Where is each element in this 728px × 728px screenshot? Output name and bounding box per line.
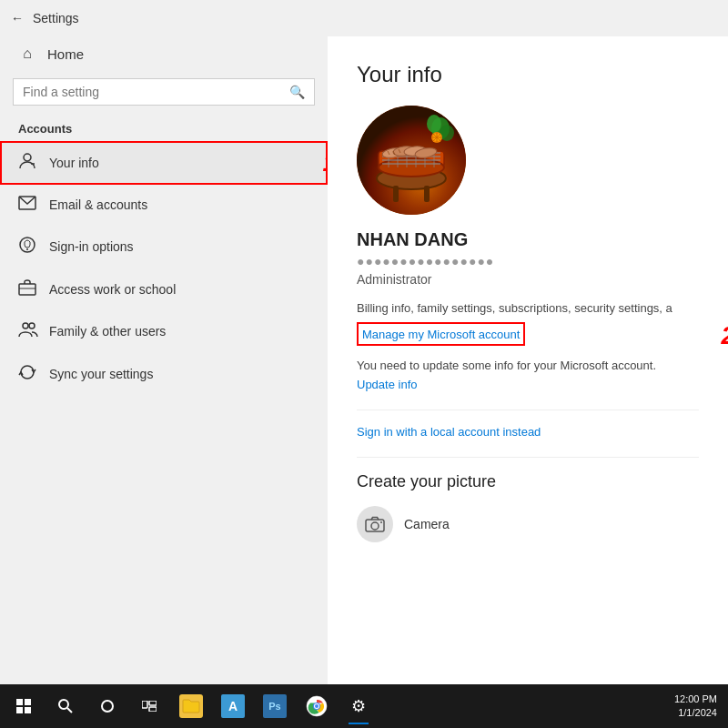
- svg-point-51: [102, 701, 113, 712]
- svg-point-0: [24, 154, 31, 161]
- svg-point-58: [315, 704, 318, 708]
- divider-1: [357, 410, 699, 410]
- svg-rect-53: [149, 701, 157, 705]
- svg-point-43: [371, 522, 379, 530]
- page-title: Your info: [357, 62, 699, 87]
- work-icon: [18, 279, 36, 299]
- svg-point-49: [59, 700, 68, 709]
- sidebar-home-label: Home: [47, 46, 84, 62]
- svg-rect-48: [25, 707, 31, 713]
- local-account-link[interactable]: Sign in with a local account instead: [357, 425, 699, 439]
- svg-point-44: [380, 521, 382, 523]
- svg-rect-54: [149, 707, 157, 712]
- camera-icon: [357, 506, 393, 542]
- search-icon: 🔍: [289, 85, 305, 99]
- taskbar-chrome[interactable]: [297, 686, 337, 726]
- sidebar: ⌂ Home 🔍 Accounts Your info 1: [0, 36, 328, 684]
- svg-rect-46: [25, 699, 31, 705]
- main-layout: ⌂ Home 🔍 Accounts Your info 1: [0, 36, 728, 684]
- start-button[interactable]: [4, 686, 44, 726]
- svg-rect-52: [142, 701, 147, 708]
- profile-picture: [357, 106, 466, 215]
- sidebar-item-family[interactable]: Family & other users: [0, 310, 328, 352]
- email-icon: [18, 196, 36, 214]
- cortana-button[interactable]: [87, 686, 127, 726]
- svg-point-7: [23, 323, 28, 329]
- svg-rect-47: [16, 707, 23, 713]
- taskbar-settings[interactable]: ⚙: [339, 686, 379, 726]
- system-date: 1/1/2024: [678, 707, 717, 718]
- svg-rect-11: [393, 186, 399, 202]
- person-icon: [18, 152, 36, 174]
- divider-2: [357, 457, 699, 458]
- back-button[interactable]: ←: [11, 11, 24, 25]
- camera-option[interactable]: Camera: [357, 506, 699, 542]
- svg-point-8: [29, 323, 35, 329]
- update-notice: You need to update some info for your Mi…: [357, 359, 699, 372]
- family-icon: [18, 321, 36, 341]
- sidebar-item-work-school[interactable]: Access work or school: [0, 268, 328, 310]
- taskbar-photoshop[interactable]: Ps: [255, 686, 295, 726]
- system-time: 12:00 PM: [674, 693, 717, 704]
- svg-rect-45: [16, 699, 23, 705]
- sidebar-item-your-info-label: Your info: [49, 156, 99, 170]
- title-bar-title: Settings: [33, 11, 79, 25]
- sidebar-item-sync-label: Sync your settings: [49, 367, 153, 381]
- svg-line-50: [67, 708, 72, 713]
- user-name: NHAN DANG: [357, 229, 699, 250]
- search-input[interactable]: [23, 85, 282, 99]
- sidebar-item-sync[interactable]: Sync your settings: [0, 352, 328, 396]
- taskbar: A Ps ⚙ 12:00 PM 1/1/2024: [0, 684, 728, 728]
- sidebar-item-work-label: Access work or school: [49, 282, 176, 297]
- content-area: Your info: [328, 36, 728, 684]
- title-bar: ← Settings: [0, 0, 728, 36]
- system-tray: 12:00 PM 1/1/2024: [674, 693, 724, 721]
- accounts-section-title: Accounts: [0, 113, 328, 141]
- manage-link-wrapper: Manage my Microsoft account: [357, 322, 525, 346]
- svg-rect-12: [424, 186, 430, 202]
- svg-point-34: [427, 115, 441, 133]
- taskbar-file-explorer[interactable]: [171, 686, 211, 726]
- taskbar-app-green[interactable]: A: [213, 686, 253, 726]
- billing-text: Billing info, family settings, subscript…: [357, 301, 699, 315]
- camera-label: Camera: [404, 517, 450, 531]
- sidebar-item-signin-label: Sign-in options: [49, 239, 134, 254]
- sync-icon: [18, 363, 36, 385]
- manage-microsoft-account-link[interactable]: Manage my Microsoft account: [362, 328, 520, 341]
- update-info-link[interactable]: Update info: [357, 378, 699, 391]
- signin-icon: [18, 236, 36, 258]
- search-box: 🔍: [13, 78, 315, 106]
- taskbar-search-button[interactable]: [46, 686, 86, 726]
- svg-point-4: [26, 248, 28, 250]
- create-picture-title: Create your picture: [357, 472, 699, 491]
- sidebar-item-your-info[interactable]: Your info 1: [0, 141, 328, 185]
- sidebar-item-home[interactable]: ⌂ Home: [0, 36, 328, 71]
- sidebar-item-email-accounts[interactable]: Email & accounts: [0, 185, 328, 225]
- svg-rect-5: [19, 284, 35, 295]
- red-label-1: 1: [322, 148, 328, 177]
- home-icon: ⌂: [18, 46, 36, 62]
- sidebar-item-email-label: Email & accounts: [49, 197, 147, 212]
- red-label-2: 2: [721, 321, 728, 350]
- sidebar-item-sign-in[interactable]: Sign-in options: [0, 225, 328, 268]
- task-view-button[interactable]: [129, 686, 169, 726]
- user-role: Administrator: [357, 272, 699, 287]
- sidebar-item-family-label: Family & other users: [49, 324, 166, 339]
- user-email: ●●●●●●●●●●●●●●●●: [357, 254, 699, 268]
